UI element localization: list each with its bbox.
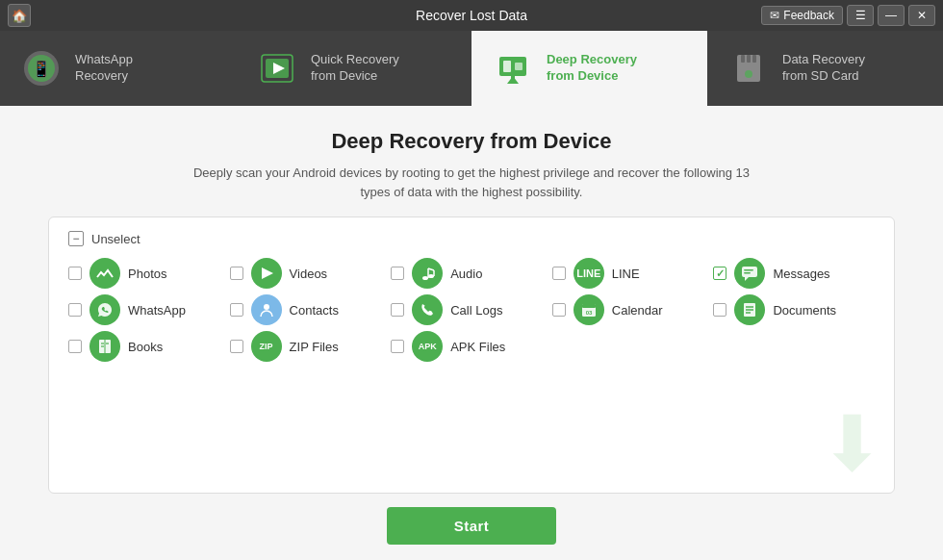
home-icon: 🏠 — [12, 9, 27, 23]
data-row-3: Books ZIP ZIP Files APK APK Files — [68, 331, 875, 362]
documents-checkbox[interactable] — [713, 303, 726, 317]
deep-tab-icon — [491, 46, 535, 90]
unselect-row[interactable]: − Unselect — [68, 231, 875, 246]
close-icon: ✕ — [917, 9, 927, 22]
svg-point-17 — [422, 276, 428, 280]
item-messages[interactable]: Messages — [713, 258, 875, 289]
photos-checkbox[interactable] — [68, 267, 82, 280]
audio-label: Audio — [450, 267, 482, 281]
unselect-label[interactable]: Unselect — [91, 232, 140, 246]
minimize-button[interactable]: — — [878, 5, 905, 26]
feedback-label: Feedback — [783, 9, 834, 22]
sdcard-tab-label: Data Recoveryfrom SD Card — [782, 52, 865, 85]
apkfiles-icon: APK — [412, 331, 443, 362]
svg-point-21 — [428, 274, 434, 278]
zipfiles-icon: ZIP — [251, 331, 282, 362]
data-row-2: WhatsApp Contacts — [68, 294, 875, 325]
whatsapp-tab-icon: 📱 — [19, 46, 64, 90]
svg-text:📱: 📱 — [32, 60, 51, 78]
whatsapp-icon — [89, 294, 120, 325]
messages-checkbox[interactable] — [713, 267, 726, 280]
calendar-checkbox[interactable] — [552, 303, 566, 317]
tab-deep[interactable]: Deep Recoveryfrom Device — [472, 31, 707, 106]
whatsapp-label: WhatsApp — [128, 303, 186, 318]
whatsapp-checkbox[interactable] — [68, 303, 82, 317]
svg-point-15 — [745, 70, 752, 78]
item-contacts[interactable]: Contacts — [230, 294, 392, 325]
photos-label: Photos — [128, 267, 166, 281]
tab-whatsapp[interactable]: 📱 WhatsAppRecovery — [0, 31, 236, 106]
item-apkfiles[interactable]: APK APK Files — [391, 331, 552, 362]
item-audio[interactable]: Audio — [391, 258, 552, 289]
start-button[interactable]: Start — [387, 507, 557, 545]
documents-label: Documents — [773, 303, 836, 318]
title-bar-title: Recover Lost Data — [416, 8, 527, 23]
svg-rect-22 — [742, 267, 757, 277]
messages-icon — [734, 258, 765, 289]
line-icon: LINE — [573, 258, 604, 289]
item-videos[interactable]: Videos — [230, 258, 392, 289]
svg-rect-14 — [752, 55, 756, 63]
books-label: Books — [128, 340, 163, 354]
line-checkbox[interactable] — [552, 267, 566, 280]
feedback-button[interactable]: ✉ Feedback — [761, 6, 843, 25]
svg-rect-28 — [582, 304, 596, 308]
contacts-checkbox[interactable] — [230, 303, 243, 317]
svg-marker-25 — [745, 277, 749, 281]
item-books[interactable]: Books — [68, 331, 230, 362]
item-calendar[interactable]: 03 Calendar — [552, 294, 714, 325]
item-documents[interactable]: Documents — [713, 294, 875, 325]
svg-rect-7 — [503, 61, 511, 72]
books-checkbox[interactable] — [68, 340, 82, 353]
apkfiles-checkbox[interactable] — [391, 340, 404, 353]
zipfiles-checkbox[interactable] — [230, 340, 243, 353]
data-row-1: Photos Videos — [68, 258, 875, 289]
videos-icon — [251, 258, 282, 289]
item-whatsapp[interactable]: WhatsApp — [68, 294, 230, 325]
item-line[interactable]: LINE LINE — [552, 258, 714, 289]
quick-tab-icon — [255, 46, 299, 90]
sdcard-tab-icon — [726, 46, 771, 90]
videos-label: Videos — [290, 267, 328, 281]
nav-bar: 📱 WhatsAppRecovery Quick Recoveryfrom De… — [0, 31, 943, 106]
main-content: Deep Recovery from Device Deeply scan yo… — [0, 106, 943, 560]
selection-panel: − Unselect Photos — [48, 216, 895, 494]
svg-line-19 — [428, 268, 434, 270]
photos-icon — [89, 258, 120, 289]
page-title: Deep Recovery from Device — [331, 129, 611, 154]
audio-checkbox[interactable] — [391, 267, 404, 280]
zipfiles-label: ZIP Files — [290, 340, 339, 354]
mail-icon: ✉ — [770, 9, 779, 22]
calllogs-checkbox[interactable] — [391, 303, 404, 317]
menu-icon: ☰ — [855, 9, 866, 22]
books-icon — [89, 331, 120, 362]
tab-sdcard[interactable]: Data Recoveryfrom SD Card — [707, 31, 943, 106]
data-type-grid: Photos Videos — [68, 258, 875, 362]
audio-icon — [412, 258, 443, 289]
watermark-arrow: ⬇ — [820, 406, 884, 483]
title-bar: 🏠 Recover Lost Data ✉ Feedback ☰ — ✕ — [0, 0, 943, 31]
svg-rect-8 — [515, 63, 522, 70]
line-label: LINE — [612, 267, 640, 281]
quick-tab-label: Quick Recoveryfrom Device — [311, 52, 399, 85]
close-button[interactable]: ✕ — [908, 5, 935, 26]
messages-label: Messages — [773, 267, 829, 281]
unselect-checkbox[interactable]: − — [68, 231, 84, 246]
calllogs-icon — [412, 294, 443, 325]
title-bar-left: 🏠 — [8, 4, 31, 27]
calendar-label: Calendar — [612, 303, 663, 318]
calendar-icon: 03 — [573, 294, 604, 325]
item-zipfiles[interactable]: ZIP ZIP Files — [230, 331, 392, 362]
tab-quick[interactable]: Quick Recoveryfrom Device — [236, 31, 472, 106]
svg-rect-10 — [511, 76, 515, 82]
deep-tab-label: Deep Recoveryfrom Device — [547, 52, 637, 85]
calllogs-label: Call Logs — [450, 303, 502, 318]
menu-button[interactable]: ☰ — [847, 5, 874, 26]
item-calllogs[interactable]: Call Logs — [391, 294, 552, 325]
svg-text:03: 03 — [585, 310, 592, 316]
svg-rect-24 — [744, 272, 751, 274]
videos-checkbox[interactable] — [230, 267, 243, 280]
svg-marker-16 — [262, 267, 273, 279]
home-button[interactable]: 🏠 — [8, 4, 31, 27]
item-photos[interactable]: Photos — [68, 258, 230, 289]
